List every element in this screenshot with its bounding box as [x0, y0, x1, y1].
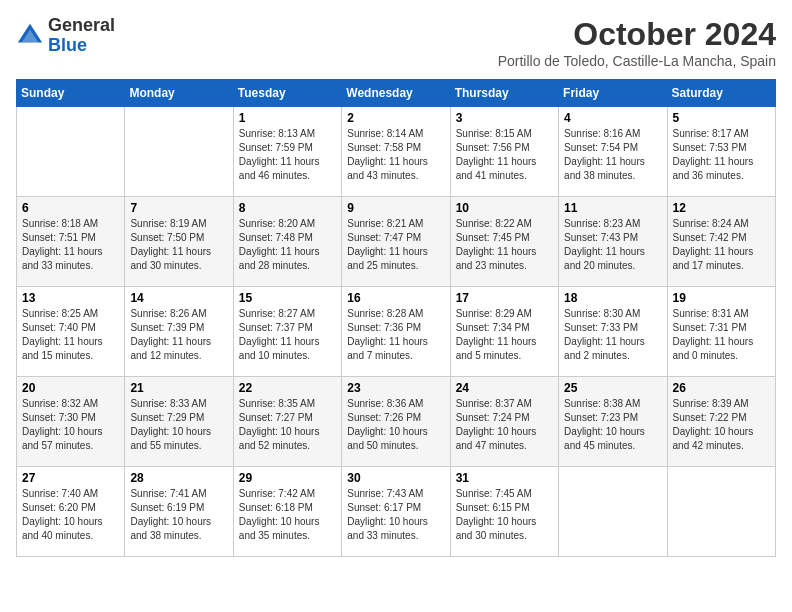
weekday-header: Thursday: [450, 80, 558, 107]
day-number: 13: [22, 291, 119, 305]
day-info: Sunrise: 7:45 AM Sunset: 6:15 PM Dayligh…: [456, 487, 553, 543]
day-number: 19: [673, 291, 770, 305]
day-info: Sunrise: 8:21 AM Sunset: 7:47 PM Dayligh…: [347, 217, 444, 273]
day-number: 17: [456, 291, 553, 305]
day-info: Sunrise: 8:26 AM Sunset: 7:39 PM Dayligh…: [130, 307, 227, 363]
calendar-cell: 27Sunrise: 7:40 AM Sunset: 6:20 PM Dayli…: [17, 467, 125, 557]
day-info: Sunrise: 8:19 AM Sunset: 7:50 PM Dayligh…: [130, 217, 227, 273]
day-number: 26: [673, 381, 770, 395]
day-number: 24: [456, 381, 553, 395]
day-number: 5: [673, 111, 770, 125]
weekday-header: Saturday: [667, 80, 775, 107]
weekday-header: Friday: [559, 80, 667, 107]
day-info: Sunrise: 8:25 AM Sunset: 7:40 PM Dayligh…: [22, 307, 119, 363]
calendar-cell: 20Sunrise: 8:32 AM Sunset: 7:30 PM Dayli…: [17, 377, 125, 467]
day-number: 20: [22, 381, 119, 395]
calendar-table: SundayMondayTuesdayWednesdayThursdayFrid…: [16, 79, 776, 557]
day-number: 6: [22, 201, 119, 215]
day-info: Sunrise: 8:13 AM Sunset: 7:59 PM Dayligh…: [239, 127, 336, 183]
day-number: 2: [347, 111, 444, 125]
day-info: Sunrise: 8:35 AM Sunset: 7:27 PM Dayligh…: [239, 397, 336, 453]
logo-text: General Blue: [48, 16, 115, 56]
calendar-cell: 10Sunrise: 8:22 AM Sunset: 7:45 PM Dayli…: [450, 197, 558, 287]
calendar-cell: 24Sunrise: 8:37 AM Sunset: 7:24 PM Dayli…: [450, 377, 558, 467]
day-info: Sunrise: 8:28 AM Sunset: 7:36 PM Dayligh…: [347, 307, 444, 363]
day-number: 18: [564, 291, 661, 305]
calendar-cell: 12Sunrise: 8:24 AM Sunset: 7:42 PM Dayli…: [667, 197, 775, 287]
day-info: Sunrise: 8:15 AM Sunset: 7:56 PM Dayligh…: [456, 127, 553, 183]
day-info: Sunrise: 7:40 AM Sunset: 6:20 PM Dayligh…: [22, 487, 119, 543]
calendar-cell: 1Sunrise: 8:13 AM Sunset: 7:59 PM Daylig…: [233, 107, 341, 197]
day-number: 16: [347, 291, 444, 305]
calendar-cell: 25Sunrise: 8:38 AM Sunset: 7:23 PM Dayli…: [559, 377, 667, 467]
calendar-week-row: 6Sunrise: 8:18 AM Sunset: 7:51 PM Daylig…: [17, 197, 776, 287]
calendar-cell: [559, 467, 667, 557]
weekday-header: Sunday: [17, 80, 125, 107]
title-block: October 2024 Portillo de Toledo, Castill…: [498, 16, 776, 69]
day-info: Sunrise: 8:16 AM Sunset: 7:54 PM Dayligh…: [564, 127, 661, 183]
day-info: Sunrise: 8:33 AM Sunset: 7:29 PM Dayligh…: [130, 397, 227, 453]
day-number: 14: [130, 291, 227, 305]
day-number: 31: [456, 471, 553, 485]
day-number: 22: [239, 381, 336, 395]
calendar-week-row: 20Sunrise: 8:32 AM Sunset: 7:30 PM Dayli…: [17, 377, 776, 467]
day-info: Sunrise: 8:32 AM Sunset: 7:30 PM Dayligh…: [22, 397, 119, 453]
calendar-cell: 30Sunrise: 7:43 AM Sunset: 6:17 PM Dayli…: [342, 467, 450, 557]
calendar-cell: 2Sunrise: 8:14 AM Sunset: 7:58 PM Daylig…: [342, 107, 450, 197]
day-info: Sunrise: 8:20 AM Sunset: 7:48 PM Dayligh…: [239, 217, 336, 273]
day-number: 12: [673, 201, 770, 215]
calendar-week-row: 1Sunrise: 8:13 AM Sunset: 7:59 PM Daylig…: [17, 107, 776, 197]
calendar-cell: 18Sunrise: 8:30 AM Sunset: 7:33 PM Dayli…: [559, 287, 667, 377]
calendar-cell: 17Sunrise: 8:29 AM Sunset: 7:34 PM Dayli…: [450, 287, 558, 377]
day-number: 9: [347, 201, 444, 215]
weekday-header: Wednesday: [342, 80, 450, 107]
day-info: Sunrise: 7:43 AM Sunset: 6:17 PM Dayligh…: [347, 487, 444, 543]
calendar-cell: 22Sunrise: 8:35 AM Sunset: 7:27 PM Dayli…: [233, 377, 341, 467]
calendar-week-row: 27Sunrise: 7:40 AM Sunset: 6:20 PM Dayli…: [17, 467, 776, 557]
day-number: 28: [130, 471, 227, 485]
logo: General Blue: [16, 16, 115, 56]
calendar-cell: 9Sunrise: 8:21 AM Sunset: 7:47 PM Daylig…: [342, 197, 450, 287]
calendar-cell: [125, 107, 233, 197]
day-number: 4: [564, 111, 661, 125]
day-info: Sunrise: 8:22 AM Sunset: 7:45 PM Dayligh…: [456, 217, 553, 273]
calendar-cell: 4Sunrise: 8:16 AM Sunset: 7:54 PM Daylig…: [559, 107, 667, 197]
calendar-cell: 23Sunrise: 8:36 AM Sunset: 7:26 PM Dayli…: [342, 377, 450, 467]
calendar-cell: [667, 467, 775, 557]
calendar-cell: [17, 107, 125, 197]
calendar-cell: 7Sunrise: 8:19 AM Sunset: 7:50 PM Daylig…: [125, 197, 233, 287]
calendar-cell: 8Sunrise: 8:20 AM Sunset: 7:48 PM Daylig…: [233, 197, 341, 287]
day-info: Sunrise: 8:38 AM Sunset: 7:23 PM Dayligh…: [564, 397, 661, 453]
day-info: Sunrise: 8:27 AM Sunset: 7:37 PM Dayligh…: [239, 307, 336, 363]
calendar-cell: 19Sunrise: 8:31 AM Sunset: 7:31 PM Dayli…: [667, 287, 775, 377]
calendar-cell: 29Sunrise: 7:42 AM Sunset: 6:18 PM Dayli…: [233, 467, 341, 557]
day-number: 11: [564, 201, 661, 215]
day-info: Sunrise: 8:37 AM Sunset: 7:24 PM Dayligh…: [456, 397, 553, 453]
day-info: Sunrise: 7:42 AM Sunset: 6:18 PM Dayligh…: [239, 487, 336, 543]
day-number: 27: [22, 471, 119, 485]
day-number: 15: [239, 291, 336, 305]
calendar-cell: 3Sunrise: 8:15 AM Sunset: 7:56 PM Daylig…: [450, 107, 558, 197]
day-number: 10: [456, 201, 553, 215]
month-title: October 2024: [498, 16, 776, 53]
weekday-header: Monday: [125, 80, 233, 107]
day-info: Sunrise: 8:23 AM Sunset: 7:43 PM Dayligh…: [564, 217, 661, 273]
day-info: Sunrise: 8:24 AM Sunset: 7:42 PM Dayligh…: [673, 217, 770, 273]
day-number: 30: [347, 471, 444, 485]
day-number: 7: [130, 201, 227, 215]
day-number: 29: [239, 471, 336, 485]
day-info: Sunrise: 8:30 AM Sunset: 7:33 PM Dayligh…: [564, 307, 661, 363]
day-number: 25: [564, 381, 661, 395]
calendar-week-row: 13Sunrise: 8:25 AM Sunset: 7:40 PM Dayli…: [17, 287, 776, 377]
calendar-cell: 5Sunrise: 8:17 AM Sunset: 7:53 PM Daylig…: [667, 107, 775, 197]
calendar-cell: 21Sunrise: 8:33 AM Sunset: 7:29 PM Dayli…: [125, 377, 233, 467]
calendar-cell: 6Sunrise: 8:18 AM Sunset: 7:51 PM Daylig…: [17, 197, 125, 287]
day-number: 8: [239, 201, 336, 215]
day-info: Sunrise: 8:14 AM Sunset: 7:58 PM Dayligh…: [347, 127, 444, 183]
day-info: Sunrise: 8:39 AM Sunset: 7:22 PM Dayligh…: [673, 397, 770, 453]
day-info: Sunrise: 8:36 AM Sunset: 7:26 PM Dayligh…: [347, 397, 444, 453]
calendar-cell: 16Sunrise: 8:28 AM Sunset: 7:36 PM Dayli…: [342, 287, 450, 377]
day-info: Sunrise: 7:41 AM Sunset: 6:19 PM Dayligh…: [130, 487, 227, 543]
day-number: 1: [239, 111, 336, 125]
day-number: 3: [456, 111, 553, 125]
